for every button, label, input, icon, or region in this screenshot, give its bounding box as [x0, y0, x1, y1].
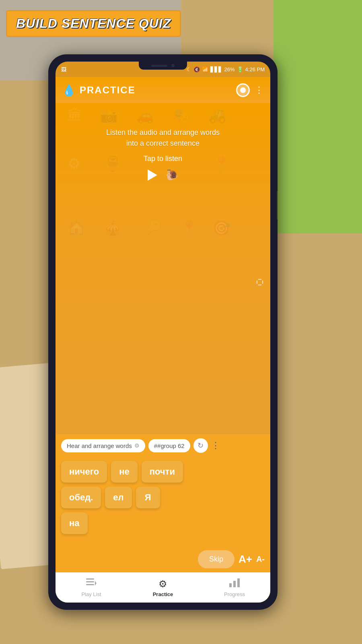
- word-tile-text: ел: [113, 492, 123, 502]
- svg-rect-1: [86, 581, 94, 582]
- instruction-line2: into a correct sentence: [126, 139, 200, 147]
- tap-to-listen-text: Tap to listen: [68, 155, 258, 163]
- word-tiles-area: ничего не почти обед. ел: [56, 457, 270, 546]
- svg-rect-6: [237, 578, 240, 587]
- font-minus-label: A-: [256, 555, 265, 564]
- status-image-icon: 🖼: [61, 66, 66, 72]
- nav-playlist-label: Play List: [81, 591, 101, 597]
- phone-notch: [139, 62, 187, 70]
- instruction-line1: Listen the audio and arrange words: [106, 128, 220, 136]
- moon-icon: ☾: [187, 66, 191, 72]
- app-title: PRACTICE: [80, 85, 231, 96]
- wifi-icon: 📶: [202, 66, 208, 72]
- status-right: ☾ 🔇 📶 ▋▋▋ 26% 🔋 4:26 PM: [187, 66, 265, 72]
- expand-button[interactable]: [255, 277, 265, 289]
- font-decrease-button[interactable]: A-: [256, 555, 265, 564]
- font-plus-label: A+: [239, 553, 252, 565]
- svg-marker-3: [95, 581, 97, 586]
- title-banner: BUILD SENTENCE QUIZ: [6, 10, 181, 37]
- playlist-icon: [86, 578, 97, 590]
- bg-icon-10: 🎪: [104, 220, 122, 237]
- bottom-nav: Play List ⚙ Practice Progress: [56, 572, 270, 603]
- screen-content: 🖼 ☾ 🔇 📶 ▋▋▋ 26% 🔋 4:26 PM 💧 PRACTICE: [56, 62, 270, 603]
- skip-label: Skip: [209, 555, 223, 563]
- battery-icon: 🔋: [237, 66, 243, 72]
- svg-rect-0: [86, 578, 94, 580]
- main-content: 🏛 📸 🚗 🎭 🚜 ⚙ 🏺 📍 🏠 🎪 🔑 📍 🎯: [56, 103, 270, 434]
- word-tile-ya[interactable]: Я: [136, 487, 160, 508]
- play-button[interactable]: [148, 169, 157, 181]
- refresh-icon: ↻: [197, 441, 204, 450]
- word-tile-el[interactable]: ел: [105, 487, 132, 508]
- word-tile-text: ничего: [69, 466, 99, 477]
- bottom-controls: Skip A+ A-: [56, 546, 270, 572]
- bg-icon-13: 🎯: [212, 220, 230, 237]
- drop-icon: 💧: [62, 84, 76, 97]
- filter-gear-icon: ⚙: [134, 442, 140, 449]
- app-header: 💧 PRACTICE ⋮: [56, 77, 270, 103]
- word-tile-text: Я: [145, 492, 151, 502]
- banner-title: BUILD SENTENCE QUIZ: [16, 16, 171, 31]
- svg-rect-2: [86, 584, 94, 585]
- nav-playlist[interactable]: Play List: [56, 575, 127, 601]
- progress-icon: [229, 578, 240, 590]
- nav-practice[interactable]: ⚙ Practice: [127, 575, 199, 601]
- instruction-text: Listen the audio and arrange words into …: [68, 127, 258, 149]
- header-circle-button[interactable]: [236, 83, 250, 97]
- word-tile-nichego[interactable]: ничего: [61, 461, 107, 483]
- slow-speed-button[interactable]: 🐌: [165, 169, 178, 181]
- word-row-2: обед. ел Я: [61, 487, 265, 508]
- group-label: ##group 62: [154, 442, 185, 449]
- nav-progress-label: Progress: [224, 591, 245, 597]
- filter-label: Hear and arrange words: [67, 442, 132, 449]
- header-more-button[interactable]: ⋮: [255, 85, 264, 95]
- camera: [171, 64, 175, 67]
- word-tile-text: не: [119, 466, 130, 477]
- filter-bar: Hear and arrange words ⚙ ##group 62 ↻ ⋮: [56, 434, 270, 457]
- filter-pill[interactable]: Hear and arrange words ⚙: [61, 439, 145, 452]
- instruction-area: Listen the audio and arrange words into …: [56, 103, 270, 189]
- side-button: [277, 191, 278, 219]
- app-logo-icon: 💧: [62, 84, 75, 97]
- nav-progress[interactable]: Progress: [199, 575, 270, 601]
- word-tile-text: почти: [150, 466, 175, 477]
- word-tile-text: обед.: [69, 492, 93, 502]
- word-row-3: на: [61, 512, 265, 534]
- speaker: [151, 65, 167, 67]
- battery-percent: 26%: [224, 66, 235, 72]
- phone-screen: 🖼 ☾ 🔇 📶 ▋▋▋ 26% 🔋 4:26 PM 💧 PRACTICE: [56, 62, 270, 603]
- svg-rect-4: [229, 583, 232, 587]
- word-row-1: ничего не почти: [61, 461, 265, 483]
- word-tile-text: на: [69, 518, 80, 528]
- audio-controls: 🐌: [68, 169, 258, 181]
- circle-inner: [240, 87, 246, 93]
- refresh-button[interactable]: ↻: [193, 438, 208, 453]
- word-tile-obed[interactable]: обед.: [61, 487, 101, 508]
- status-left: 🖼: [61, 66, 66, 72]
- font-increase-button[interactable]: A+: [239, 553, 252, 566]
- svg-rect-5: [233, 581, 236, 587]
- clock: 4:26 PM: [245, 66, 265, 72]
- sticky-note-decoration: [274, 0, 362, 233]
- group-pill[interactable]: ##group 62: [148, 439, 190, 452]
- bg-icon-11: 🔑: [144, 220, 162, 237]
- word-tile-ne[interactable]: не: [111, 461, 138, 483]
- filter-more-button[interactable]: ⋮: [211, 440, 220, 451]
- mute-icon: 🔇: [193, 66, 200, 72]
- signal-icon: ▋▋▋: [210, 66, 222, 72]
- skip-button[interactable]: Skip: [198, 550, 234, 568]
- practice-icon: ⚙: [158, 578, 167, 590]
- word-tile-pochti[interactable]: почти: [142, 461, 183, 483]
- word-tile-na[interactable]: на: [61, 512, 88, 534]
- nav-practice-label: Practice: [153, 591, 173, 597]
- bg-icon-9: 🏠: [68, 220, 86, 237]
- phone-frame: 🖼 ☾ 🔇 📶 ▋▋▋ 26% 🔋 4:26 PM 💧 PRACTICE: [48, 54, 278, 610]
- bg-icon-12: 📍: [180, 220, 198, 237]
